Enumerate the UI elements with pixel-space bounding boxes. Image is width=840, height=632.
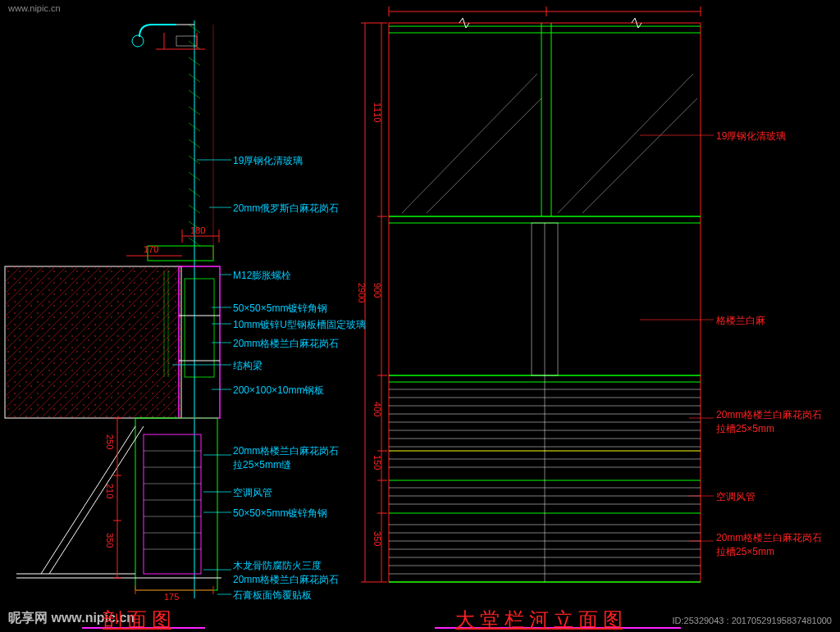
svg-line-88 — [558, 74, 693, 213]
dim-900: 900 — [372, 283, 382, 298]
cad-drawing-canvas: www.nipic.cn 昵享网 www.nipic.cn ID:2532904… — [0, 0, 840, 632]
dim-total-2900: 2900 — [357, 283, 367, 302]
dim-170: 170 — [144, 244, 158, 254]
label-granite-groove: 20mm格楼兰白麻花岗石 拉25×5mm缝 — [233, 444, 339, 472]
svg-rect-34 — [135, 418, 217, 590]
label-m12-bolt: M12膨胀螺栓 — [233, 269, 291, 283]
title-elevation: 大 堂 栏 河 立 面 图 — [455, 607, 623, 632]
dim-150: 150 — [372, 455, 382, 470]
label-gypsum: 石膏板面饰覆贴板 — [233, 589, 312, 602]
svg-rect-35 — [144, 434, 201, 574]
svg-rect-30 — [179, 266, 220, 418]
svg-line-87 — [427, 98, 541, 213]
label-angle-steel-1: 50×50×5mm镀锌角钢 — [233, 302, 327, 316]
label-right-granite-groove-1: 20mm格楼兰白麻花岗石 拉槽25×5mm — [716, 408, 822, 436]
label-granite-1: 20mm格楼兰白麻花岗石 — [233, 337, 339, 351]
label-granite-russia: 20mm俄罗斯白麻花岗石 — [233, 202, 339, 216]
svg-line-86 — [402, 74, 537, 213]
svg-point-17 — [132, 35, 144, 47]
dim-175: 175 — [164, 592, 179, 602]
label-right-granite: 格楼兰白麻 — [716, 314, 765, 328]
label-beam: 结构梁 — [233, 359, 262, 373]
svg-rect-31 — [185, 279, 214, 377]
label-u-channel: 10mm镀锌U型钢板槽固定玻璃 — [233, 318, 366, 332]
label-glass-19: 19厚钢化清玻璃 — [233, 154, 303, 168]
title-section: 剖 面 图 — [103, 607, 171, 632]
drawing-svg — [0, 0, 840, 632]
label-wood-batten: 木龙骨防腐防火三度 20mm格楼兰白麻花岗石 — [233, 559, 339, 587]
label-angle-steel-2: 50×50×5mm镀锌角钢 — [233, 507, 327, 521]
svg-rect-29 — [5, 266, 181, 418]
dim-1110: 1110 — [372, 102, 382, 122]
label-right-glass: 19厚钢化清玻璃 — [716, 130, 786, 143]
label-right-air-duct: 空调风管 — [716, 490, 756, 504]
dim-180: 180 — [190, 225, 205, 235]
label-right-granite-groove-2: 20mm格楼兰白麻花岗石 拉槽25×5mm — [716, 531, 822, 559]
dim-250: 250 — [105, 434, 115, 449]
label-air-duct-left: 空调风管 — [233, 486, 272, 500]
dim-210: 210 — [105, 484, 115, 498]
label-steel-plate: 200×100×10mm钢板 — [233, 384, 324, 398]
svg-line-43 — [41, 426, 135, 574]
dim-350: 350 — [105, 533, 115, 548]
dim-350-right: 350 — [372, 531, 382, 546]
svg-line-89 — [582, 98, 697, 213]
dim-400: 400 — [372, 402, 382, 416]
svg-line-44 — [49, 426, 144, 574]
